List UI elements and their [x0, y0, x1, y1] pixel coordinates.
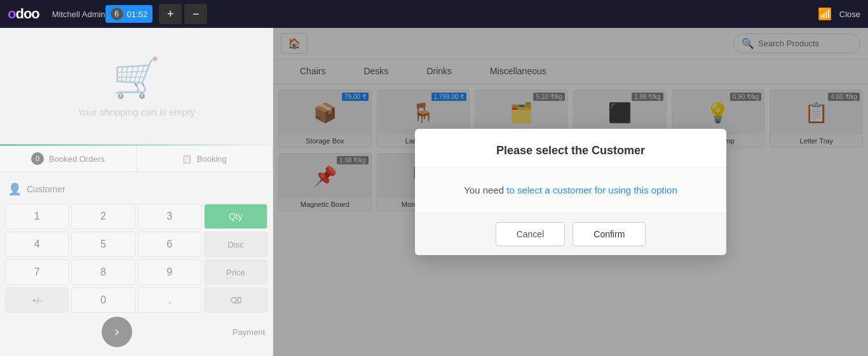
booked-orders-button[interactable]: 0 Booked Orders — [0, 146, 137, 171]
admin-name: Mitchell Admin — [52, 10, 105, 19]
customer-icon: 👤 — [8, 182, 22, 196]
wifi-icon: 📶 — [818, 7, 832, 21]
booking-icon: 📋 — [182, 154, 192, 164]
qty-button[interactable]: Qty — [204, 204, 268, 229]
session-time: 01:52 — [127, 10, 148, 19]
payment-button[interactable]: › — [102, 317, 132, 347]
cancel-button[interactable]: Cancel — [496, 222, 566, 246]
num-3[interactable]: 3 — [138, 204, 201, 229]
customer-row: 👤 Customer — [5, 177, 268, 201]
right-panel: 🏠 🔍 Chairs Desks Drinks Miscellaneous 79… — [273, 28, 868, 356]
booked-orders-label: Booked Orders — [49, 154, 104, 164]
close-button[interactable]: Close — [839, 10, 860, 19]
booked-count: 0 — [31, 152, 44, 165]
bottom-buttons: 0 Booked Orders 📋 Booking — [0, 146, 273, 172]
num-7[interactable]: 7 — [5, 260, 69, 285]
num-5[interactable]: 5 — [71, 232, 135, 257]
modal-box: Please select the Customer You need to s… — [415, 129, 726, 256]
num-9[interactable]: 9 — [138, 260, 201, 285]
num-2[interactable]: 2 — [71, 204, 135, 229]
price-button[interactable]: Price — [204, 260, 268, 285]
numpad-grid: 1 2 3 Qty 4 5 6 Disc 7 8 9 Price +/- 0 .… — [5, 204, 268, 313]
odoo-logo: odoo — [8, 6, 39, 22]
num-6[interactable]: 6 — [138, 232, 201, 257]
divider — [0, 144, 273, 146]
decimal-button[interactable]: . — [138, 287, 201, 313]
booking-button[interactable]: 📋 Booking — [137, 146, 273, 171]
cart-area: 🛒 Your shopping cart is empty — [0, 28, 273, 144]
left-panel: 🛒 Your shopping cart is empty 0 Booked O… — [0, 28, 273, 356]
top-bar: odoo Mitchell Admin 6 01:52 + − 📶 Close — [0, 0, 868, 28]
payment-label: Payment — [233, 327, 265, 337]
numpad-area: 👤 Customer 1 2 3 Qty 4 5 6 Disc 7 8 9 Pr… — [0, 172, 273, 356]
modal-body: You need to select a customer for using … — [415, 168, 726, 213]
disc-button[interactable]: Disc — [204, 232, 268, 257]
minus-session-button[interactable]: − — [184, 4, 207, 24]
num-8[interactable]: 8 — [71, 260, 135, 285]
num-0[interactable]: 0 — [71, 287, 135, 313]
num-1[interactable]: 1 — [5, 204, 69, 229]
payment-row: › Payment — [5, 313, 268, 351]
modal-overlay: Please select the Customer You need to s… — [273, 28, 868, 356]
modal-title: Please select the Customer — [434, 144, 707, 157]
backspace-button[interactable]: ⌫ — [204, 287, 268, 313]
confirm-button[interactable]: Confirm — [573, 222, 646, 246]
customer-label: Customer — [27, 184, 265, 194]
session-number: 6 — [111, 8, 123, 20]
modal-header: Please select the Customer — [415, 129, 726, 168]
booking-label: Booking — [197, 154, 227, 164]
cart-icon: 🛒 — [112, 55, 160, 100]
plus-minus-button[interactable]: +/- — [5, 287, 69, 313]
modal-body-text: You need to select a customer for using … — [434, 183, 707, 198]
num-4[interactable]: 4 — [5, 232, 69, 257]
add-session-button[interactable]: + — [159, 4, 182, 24]
session-badge: 6 01:52 — [105, 5, 153, 23]
modal-footer: Cancel Confirm — [415, 213, 726, 255]
cart-empty-text: Your shopping cart is empty — [78, 107, 195, 117]
